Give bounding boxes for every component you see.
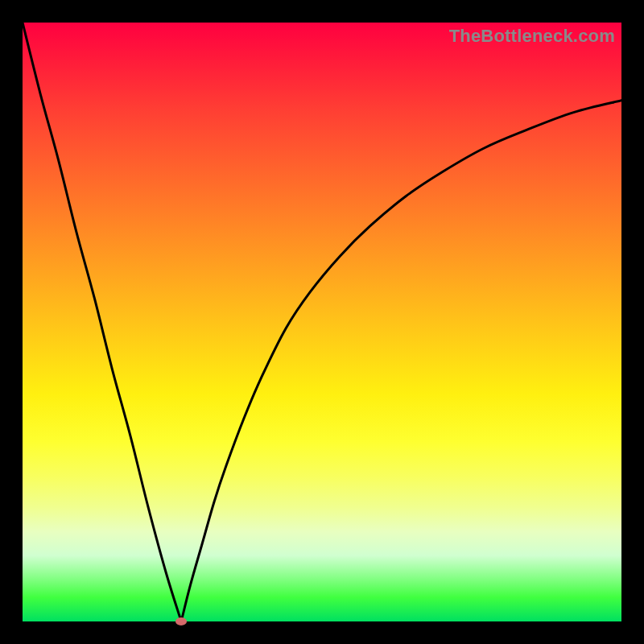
curve-svg	[23, 23, 621, 621]
curve-path	[23, 23, 621, 621]
minimum-marker	[175, 617, 187, 625]
chart-frame: TheBottleneck.com	[0, 0, 644, 644]
plot-area: TheBottleneck.com	[23, 23, 621, 621]
